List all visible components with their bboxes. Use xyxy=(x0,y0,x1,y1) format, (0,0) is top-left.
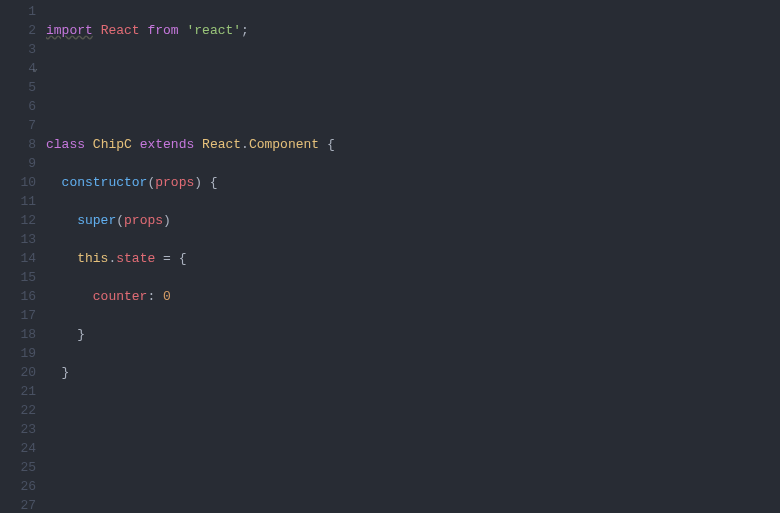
line-number: 2 xyxy=(0,21,42,40)
line-number: 19 xyxy=(0,344,42,363)
code-editor[interactable]: import React from 'react'; class ChipC e… xyxy=(42,0,780,513)
fold-indicator-icon[interactable]: ⌄ xyxy=(32,59,38,78)
line-number: 5 xyxy=(0,78,42,97)
line-number: 14 xyxy=(0,249,42,268)
code-line xyxy=(46,59,780,78)
code-line: import React from 'react'; xyxy=(46,21,780,40)
line-number: 23 xyxy=(0,420,42,439)
line-number: 20 xyxy=(0,363,42,382)
code-line xyxy=(46,97,780,116)
line-number: 18 xyxy=(0,325,42,344)
code-line xyxy=(46,477,780,496)
line-number: 11 xyxy=(0,192,42,211)
line-number: 22 xyxy=(0,401,42,420)
code-line: constructor(props) { xyxy=(46,173,780,192)
line-number: 25 xyxy=(0,458,42,477)
code-line: this.state = { xyxy=(46,249,780,268)
line-number: 8 xyxy=(0,135,42,154)
line-number: 10 xyxy=(0,173,42,192)
line-number: 12 xyxy=(0,211,42,230)
code-line: } xyxy=(46,363,780,382)
line-number: 15 xyxy=(0,268,42,287)
line-number: 7 xyxy=(0,116,42,135)
line-number: 24 xyxy=(0,439,42,458)
line-number: 1 xyxy=(0,2,42,21)
code-line xyxy=(46,401,780,420)
line-number-gutter: 1 2 3 4 ⌄ 5 6 7 8 9 10 11 12 13 14 15 16… xyxy=(0,0,42,513)
line-number: 26 xyxy=(0,477,42,496)
code-line: counter: 0 xyxy=(46,287,780,306)
line-number: 9 xyxy=(0,154,42,173)
line-number: 17 xyxy=(0,306,42,325)
code-line: } xyxy=(46,325,780,344)
code-line: class ChipC extends React.Component { xyxy=(46,135,780,154)
line-number: 16 xyxy=(0,287,42,306)
line-number: 13 xyxy=(0,230,42,249)
line-number: 6 xyxy=(0,97,42,116)
line-number: 27 xyxy=(0,496,42,513)
line-number: 21 xyxy=(0,382,42,401)
line-number: 3 xyxy=(0,40,42,59)
code-line xyxy=(46,439,780,458)
code-line: super(props) xyxy=(46,211,780,230)
